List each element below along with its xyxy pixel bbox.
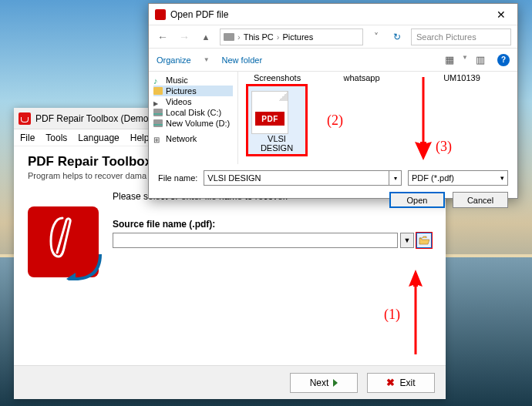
refresh-button[interactable]: ↻ <box>389 32 405 42</box>
open-file-dialog: Open PDF file ✕ ← → ▲ › This PC › Pictur… <box>148 3 518 199</box>
tree-item-network[interactable]: Network <box>153 133 233 144</box>
help-icon[interactable]: ? <box>497 54 510 66</box>
filename-input[interactable] <box>204 170 389 186</box>
source-file-label: Source file name (.pdf): <box>113 219 432 230</box>
close-icon: ✖ <box>386 377 395 388</box>
exit-button[interactable]: ✖ Exit <box>367 373 435 393</box>
disk-icon <box>153 119 163 127</box>
app-icon <box>19 112 31 125</box>
cancel-button[interactable]: Cancel <box>453 192 508 208</box>
search-input[interactable]: Search Pictures <box>411 29 511 45</box>
view-icons-button[interactable]: ▦ <box>445 54 454 65</box>
nav-back-button[interactable]: ← <box>155 31 170 43</box>
tree-item-new-volume[interactable]: New Volume (D:) <box>153 118 233 129</box>
open-button[interactable]: Open <box>389 192 445 208</box>
source-file-dropdown[interactable]: ▼ <box>400 233 414 248</box>
dialog-icon <box>155 9 166 20</box>
tree-item-local-disk[interactable]: Local Disk (C:) <box>153 107 233 118</box>
nav-forward-button[interactable]: → <box>177 31 192 43</box>
arrow-right-icon <box>333 379 338 387</box>
video-icon <box>153 98 163 106</box>
organize-menu[interactable]: Organize <box>157 55 191 65</box>
folder-um10139[interactable]: UM10139 <box>431 75 493 86</box>
breadcrumb[interactable]: › This PC › Pictures <box>220 29 363 45</box>
folder-open-icon <box>419 236 429 245</box>
menu-tools[interactable]: Tools <box>45 133 67 143</box>
new-folder-button[interactable]: New folder <box>222 55 263 65</box>
breadcrumb-dropdown[interactable]: ˅ <box>369 32 383 42</box>
menu-language[interactable]: Language <box>78 133 119 143</box>
menu-file[interactable]: File <box>20 133 35 143</box>
folder-whatsapp[interactable]: whatsapp <box>331 75 392 86</box>
tree-item-videos[interactable]: Videos <box>153 96 233 107</box>
file-item-selected[interactable]: Screenshots PDF VLSI DESIGN <box>246 75 308 156</box>
tree-item-pictures[interactable]: Pictures <box>153 86 233 96</box>
pc-icon <box>224 33 234 41</box>
disk-icon <box>153 109 163 116</box>
folder-tree: Music Pictures Videos Local Disk (C:) Ne… <box>149 72 238 164</box>
view-details-button[interactable]: ▥ <box>476 54 485 65</box>
music-icon <box>153 76 163 84</box>
file-list: Screenshots PDF VLSI DESIGN whatsapp UM1… <box>238 72 517 164</box>
dialog-title: Open PDF file <box>170 9 228 20</box>
browse-button[interactable] <box>416 233 432 248</box>
menu-help[interactable]: Help <box>130 133 150 143</box>
tree-item-music[interactable]: Music <box>153 75 233 86</box>
folder-icon <box>153 87 163 95</box>
dialog-close-button[interactable]: ✕ <box>485 4 517 25</box>
network-icon <box>153 135 163 143</box>
next-button[interactable]: Next <box>290 373 358 393</box>
filename-label: File name: <box>158 173 197 183</box>
filetype-dropdown[interactable]: PDF (*.pdf) <box>408 170 508 186</box>
source-file-input[interactable] <box>113 233 398 248</box>
app-logo <box>28 206 99 277</box>
dialog-titlebar: Open PDF file ✕ <box>149 4 517 25</box>
nav-up-button[interactable]: ▲ <box>198 32 214 42</box>
app-footer: Next ✖ Exit <box>14 365 446 399</box>
filename-dropdown[interactable]: ▾ <box>389 170 402 186</box>
pdf-file-icon: PDF <box>251 91 288 134</box>
